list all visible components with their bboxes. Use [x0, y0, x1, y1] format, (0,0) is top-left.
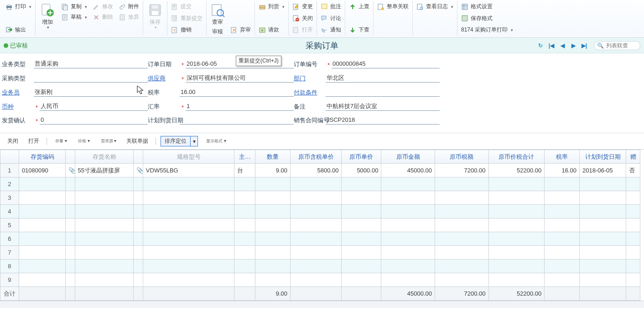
- rate-field[interactable]: 1: [186, 103, 294, 111]
- down-query-button[interactable]: 下查: [347, 25, 371, 35]
- unaudit-button[interactable]: 弃审: [229, 25, 253, 35]
- taxrate-field[interactable]: 16.00: [180, 88, 294, 97]
- remark-field[interactable]: 中航科技7层会议室: [326, 102, 440, 111]
- dept-label[interactable]: 部门: [294, 74, 326, 83]
- edit-button[interactable]: 修改: [91, 2, 115, 11]
- cell-taxprice[interactable]: 5800.00: [290, 164, 341, 177]
- col-taxprice[interactable]: 原币含税单价: [290, 150, 341, 164]
- supplier-label[interactable]: 供应商: [148, 74, 180, 83]
- close-button[interactable]: 关闭: [291, 14, 315, 23]
- nav-prev-icon[interactable]: ◀: [558, 42, 566, 50]
- salesman-label[interactable]: 业务员: [2, 88, 34, 97]
- attach-icon[interactable]: 📎: [66, 164, 75, 177]
- cell-tax[interactable]: 7200.00: [435, 164, 488, 177]
- col-gift[interactable]: 赠: [626, 150, 640, 164]
- shipconfirm-field[interactable]: 0: [40, 116, 148, 125]
- col-price[interactable]: 原币单价: [342, 150, 381, 164]
- demand-button[interactable]: 需求源: [98, 137, 119, 145]
- dept-field[interactable]: 华北区: [326, 74, 440, 83]
- linked-docs-button[interactable]: 关联单据: [124, 136, 151, 146]
- sort-locate-button[interactable]: 排序定位 ▾: [161, 136, 198, 146]
- contractno-field[interactable]: JSCP2018: [326, 116, 440, 125]
- submit-button[interactable]: 提交: [169, 2, 204, 11]
- change-button[interactable]: 变更: [291, 2, 315, 11]
- cell-gift[interactable]: 否: [626, 164, 640, 177]
- cell-total[interactable]: 52200.00: [488, 164, 545, 177]
- horizontal-scrollbar[interactable]: [0, 301, 644, 308]
- table-row[interactable]: 1 01080090 📎 55寸液晶拼接屏 📎 VDW55LBG 台 9.00 …: [0, 164, 640, 177]
- open-button[interactable]: 打开: [291, 25, 315, 35]
- col-name[interactable]: 存货名称: [75, 150, 134, 164]
- selected-cell[interactable]: [143, 191, 234, 205]
- receive-button[interactable]: 到货▾: [257, 2, 286, 11]
- table-row[interactable]: 3: [0, 191, 640, 205]
- export-button[interactable]: 输出: [4, 25, 33, 35]
- resubmit-button[interactable]: 重新提交: [169, 14, 204, 23]
- cell-code[interactable]: 01080090: [19, 164, 65, 177]
- nav-last-icon[interactable]: ▶|: [580, 42, 588, 50]
- table-row[interactable]: 6: [0, 232, 640, 246]
- search-box[interactable]: 🔍: [594, 41, 640, 50]
- cell-rate[interactable]: 16.00: [545, 164, 580, 177]
- refresh-icon[interactable]: ↻: [536, 42, 545, 50]
- table-row[interactable]: 2: [0, 177, 640, 191]
- attach-icon[interactable]: 📎: [134, 164, 143, 177]
- discard-button[interactable]: 放弃: [117, 12, 141, 22]
- plandate-field[interactable]: [180, 116, 294, 125]
- add-button[interactable]: 增加▾: [37, 2, 57, 31]
- save-button[interactable]: 保存▾: [145, 2, 165, 31]
- table-row[interactable]: 5: [0, 219, 640, 232]
- order-no-field[interactable]: 0000000845: [332, 60, 440, 68]
- col-attach2[interactable]: [134, 150, 143, 164]
- col-code[interactable]: 存货编码: [19, 150, 65, 164]
- up-query-button[interactable]: 上查: [347, 2, 371, 11]
- col-amount[interactable]: 原币金额: [381, 150, 435, 164]
- purchase-type-field[interactable]: [34, 74, 148, 83]
- payterm-label[interactable]: 付款条件: [294, 88, 326, 97]
- cell-plandate[interactable]: 2018-06-05: [579, 164, 626, 177]
- cell-qty[interactable]: 9.00: [255, 164, 291, 177]
- detail-grid[interactable]: 存货编码 存货名称 规格型号 主… 数量 原币含税单价 原币单价 原币金额 原币…: [0, 150, 640, 301]
- save-format-button[interactable]: 保存格式: [459, 14, 515, 23]
- withdraw-button[interactable]: 撤销: [169, 25, 204, 35]
- audit-log-button[interactable]: 查看日志▾: [415, 2, 455, 11]
- requestpay-button[interactable]: ¥ 请款: [257, 25, 286, 35]
- table-row[interactable]: 9: [0, 273, 640, 287]
- notify-button[interactable]: 通知: [319, 25, 343, 35]
- currency-field[interactable]: 人民币: [40, 102, 148, 111]
- copy-button[interactable]: 复制▾: [59, 2, 89, 11]
- search-input[interactable]: [605, 42, 637, 49]
- delete-button[interactable]: 删除: [91, 12, 115, 22]
- currency-label[interactable]: 币种: [2, 103, 34, 111]
- col-spec[interactable]: 规格型号: [143, 150, 234, 164]
- print-button[interactable]: 打印▾: [4, 2, 33, 11]
- col-rownum[interactable]: [0, 150, 19, 164]
- col-rate[interactable]: 税率: [545, 150, 580, 164]
- audit-view-button[interactable]: 查审: [208, 2, 227, 27]
- cell-name[interactable]: 55寸液晶拼接屏: [75, 164, 134, 177]
- print-template-button[interactable]: 8174 采购订单打印▾: [459, 25, 515, 35]
- biz-type-field[interactable]: 普通采购: [34, 60, 148, 68]
- table-row[interactable]: 7: [0, 246, 640, 260]
- chevron-down-icon[interactable]: ▾: [190, 136, 197, 146]
- nav-next-icon[interactable]: ▶: [569, 42, 577, 50]
- link-all-button[interactable]: 整单关联: [375, 2, 410, 11]
- sub-close-button[interactable]: 关闭: [5, 136, 21, 146]
- draft-button[interactable]: 草稿▾: [59, 12, 89, 22]
- cell-price[interactable]: 5000.00: [342, 164, 381, 177]
- col-attach1[interactable]: [66, 150, 75, 164]
- price-button[interactable]: 价格: [75, 137, 93, 145]
- cell-unit[interactable]: 台: [234, 164, 255, 177]
- format-set-button[interactable]: 格式设置: [459, 2, 515, 11]
- attach-button[interactable]: 附件: [117, 2, 141, 11]
- col-unit[interactable]: 主…: [234, 150, 255, 164]
- discuss-button[interactable]: 讨论: [319, 14, 343, 23]
- display-format-button[interactable]: 显示格式: [203, 137, 229, 145]
- annotate-button[interactable]: 批注: [319, 2, 343, 11]
- cell-amount[interactable]: 45000.00: [381, 164, 435, 177]
- table-row[interactable]: 4: [0, 205, 640, 219]
- col-tax[interactable]: 原币税额: [435, 150, 488, 164]
- nav-first-icon[interactable]: |◀: [547, 42, 556, 50]
- stock-button[interactable]: 存量: [52, 137, 70, 145]
- salesman-field[interactable]: 张新刚: [34, 88, 148, 97]
